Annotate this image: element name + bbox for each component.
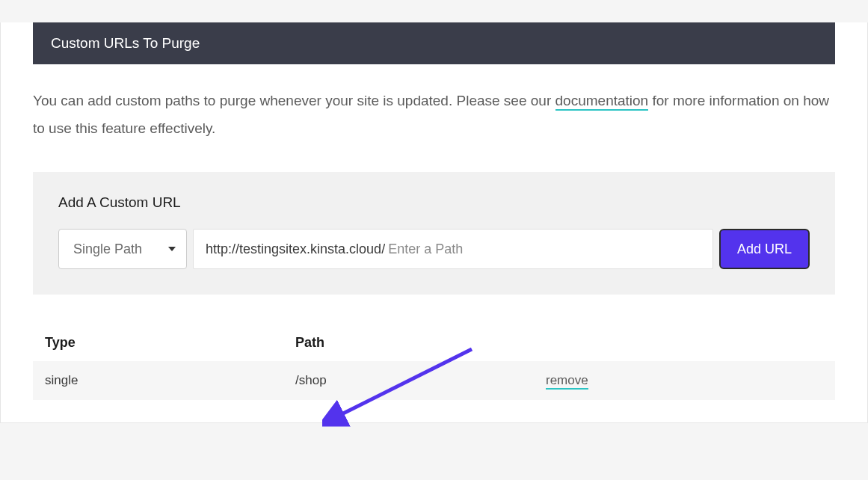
url-input-wrap[interactable]: http://testingsitex.kinsta.cloud/ (193, 229, 713, 269)
add-url-row: Single Path http://testingsitex.kinsta.c… (58, 229, 810, 269)
section-description: You can add custom paths to purge whenev… (33, 87, 835, 142)
row-path: /shop (295, 373, 546, 388)
remove-link[interactable]: remove (546, 373, 588, 390)
documentation-link[interactable]: documentation (555, 93, 649, 111)
header-type: Type (45, 335, 295, 351)
header-action (546, 335, 823, 351)
chevron-down-icon (168, 247, 176, 251)
table-row: single /shop remove (33, 361, 835, 400)
url-prefix: http://testingsitex.kinsta.cloud/ (206, 241, 385, 257)
row-action: remove (546, 373, 823, 388)
add-url-button[interactable]: Add URL (719, 229, 810, 269)
section-title: Custom URLs To Purge (51, 35, 200, 51)
description-text-before: You can add custom paths to purge whenev… (33, 93, 555, 108)
path-type-select[interactable]: Single Path (58, 229, 187, 269)
url-path-input[interactable] (385, 241, 701, 257)
add-url-panel: Add A Custom URL Single Path http://test… (33, 172, 835, 295)
path-type-value: Single Path (73, 241, 142, 257)
section-header: Custom URLs To Purge (33, 22, 835, 64)
table-header: Type Path (33, 324, 835, 361)
custom-urls-panel: Custom URLs To Purge You can add custom … (0, 22, 868, 423)
header-path: Path (295, 335, 546, 351)
row-type: single (45, 373, 295, 388)
add-url-title: Add A Custom URL (58, 194, 810, 211)
url-table: Type Path single /shop remove (33, 324, 835, 400)
